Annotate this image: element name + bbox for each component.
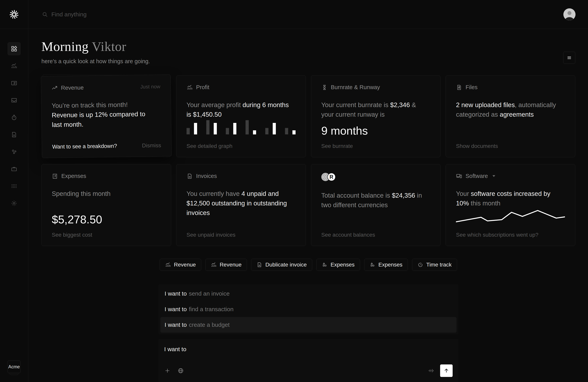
sidebar: Acme [0,29,28,382]
quick-action-revenue-1[interactable]: Revenue [160,259,201,271]
web-search-button[interactable] [178,367,184,374]
sidebar-item-tracker[interactable] [8,111,21,124]
layout-menu-button[interactable] [563,52,575,64]
main-content: Morning Viktor here’s a quick look at ho… [28,29,588,382]
card-title: Expenses [61,173,86,179]
timer-icon [418,262,423,268]
transactions-list-icon [11,80,17,86]
nodes-icon [11,149,17,155]
sidebar-item-analytics[interactable] [8,59,21,72]
topbar: Find anything [0,0,588,29]
revolut-r-icon: R [327,173,336,181]
sidebar-item-vault[interactable] [8,163,21,175]
inbox-icon [11,97,17,104]
briefcase-icon [11,166,17,172]
greeting-word: Morning [42,39,89,54]
prompt-composer[interactable]: I want to [158,339,459,382]
balances-insight-card: R Total account balance is $24,356 in tw… [311,164,441,246]
card-title: Burnrate & Runway [331,84,380,91]
dismiss-button[interactable]: Dismiss [142,142,161,149]
file-paperclip-icon [456,84,462,91]
card-body: Spending this month [52,189,155,199]
card-body: Your software costs increased by 10% thi… [456,189,560,208]
attach-button[interactable] [164,367,170,374]
suggestions-panel: I want to send an invoice I want to find… [158,284,459,334]
card-footer-link[interactable]: See unpaid invoices [187,232,236,238]
search-icon [42,12,48,17]
card-footer-link[interactable]: Show documents [456,143,498,149]
suggestion-send-invoice[interactable]: I want to send an invoice [160,286,457,301]
card-title: Profit [196,84,210,91]
app-logo[interactable] [0,0,28,29]
card-timestamp: Just now [140,83,160,90]
arrow-up-icon [443,368,449,374]
chart-bars-icon [187,84,193,91]
quick-action-expenses-2[interactable]: Expenses [364,259,408,271]
suggestion-create-budget[interactable]: I want to create a budget [160,317,457,333]
workspace-switcher[interactable]: Acme [8,361,21,373]
sidebar-item-dashboard[interactable] [8,42,21,55]
avatar-image [563,8,575,20]
sidebar-item-settings[interactable] [8,197,21,210]
card-footer-link[interactable]: See which subscriptions went up? [456,232,538,238]
expenses-insight-card: Expenses Spending this month $5,278.50 S… [42,164,171,246]
workspace-label: Acme [8,364,20,369]
sidebar-item-inbox[interactable] [8,94,21,107]
search-placeholder: Find anything [51,11,86,18]
composer-toolbar [164,364,453,377]
plus-icon [164,367,170,374]
card-title: Software [465,173,488,179]
card-body: Total account balance is $24,356 in two … [321,191,425,210]
card-footer-link[interactable]: See biggest cost [52,232,92,238]
devices-icon [456,173,462,179]
card-title: Files [465,84,477,91]
voice-input-button[interactable] [428,367,434,374]
globe-icon [178,367,184,374]
chevron-down-icon[interactable] [492,175,495,177]
user-name: Viktor [92,39,126,54]
apps-grid-icon [11,183,17,190]
software-cost-line-chart [456,210,565,223]
card-body: You currently have 4 unpaid and $12,500 … [187,189,290,218]
user-avatar[interactable] [563,8,575,20]
sidebar-item-invoices[interactable] [8,128,21,141]
card-footer-link[interactable]: See detailed graph [187,143,232,149]
stopwatch-icon [11,114,17,121]
dashboard-icon [11,45,17,52]
currency-icons: R [321,173,336,181]
chart-bars-icon [165,262,171,268]
search-input[interactable]: Find anything [42,11,563,18]
files-insight-card: Files 2 new uploaded files, automaticall… [446,75,575,157]
card-body: Your current burnrate is $2,346 & your c… [321,100,425,119]
quick-action-revenue-2[interactable]: Revenue [205,259,247,271]
suggestion-find-transaction[interactable]: I want to find a transaction [160,301,457,317]
invoices-insight-card: Invoices You currently have 4 unpaid and… [176,164,306,246]
software-insight-card: Software Your software costs increased b… [446,164,575,246]
card-body: 2 new uploaded files, automatically cate… [456,100,560,119]
quick-action-duplicate-invoice[interactable]: Dublicate invoice [251,259,312,271]
waveform-icon [428,367,434,374]
card-footer-link[interactable]: See burnrate [321,143,353,149]
quick-action-expenses-1[interactable]: Expenses [316,259,360,271]
document-icon [187,173,193,179]
document-icon [256,262,262,268]
sidebar-item-apps[interactable] [8,180,21,192]
profit-insight-card: Profit Your average profit during 6 mont… [176,75,306,157]
card-body: Your average profit during 6 months is $… [187,100,290,119]
card-footer-link[interactable]: See account balances [321,232,375,238]
sidebar-item-transactions[interactable] [8,77,21,90]
analytics-icon [11,63,17,69]
quick-action-time-track[interactable]: Time track [412,259,457,271]
chart-bars-icon [211,262,217,268]
topbar-right: Find anything [28,0,588,29]
page-title: Morning Viktor [42,39,575,54]
hamburger-icon [567,55,572,60]
breakdown-question[interactable]: Want to see a breakdown? [52,143,117,150]
sidebar-item-customers[interactable] [8,145,21,158]
card-body: You’re on track this month! Revenue is u… [52,100,155,130]
invoice-document-icon [11,131,17,138]
send-button[interactable] [440,364,453,377]
quick-actions-row: Revenue Revenue Dublicate invoice Expens… [42,259,575,271]
burnrate-insight-card: Burnrate & Runway Your current burnrate … [311,75,441,157]
composer-input-value[interactable]: I want to [164,346,453,353]
